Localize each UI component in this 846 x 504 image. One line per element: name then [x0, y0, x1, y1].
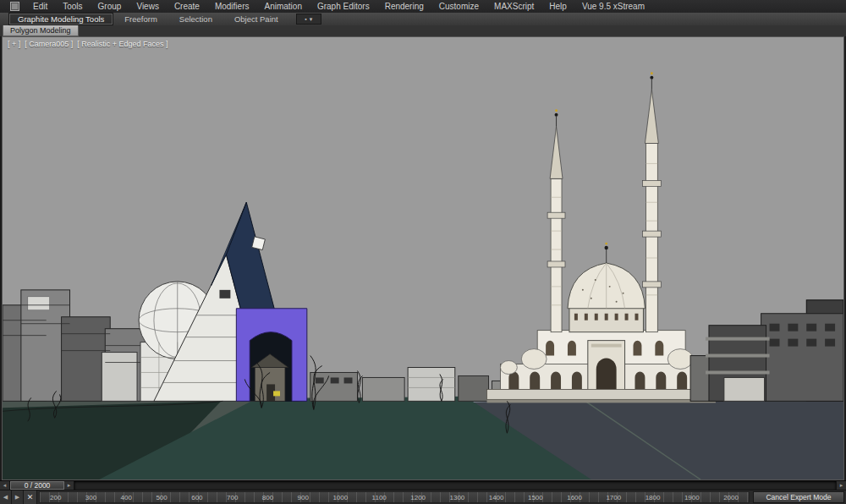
panel-tab-polygon-modeling[interactable]: Polygon Modeling: [3, 25, 79, 36]
tick-label: 500: [156, 494, 167, 501]
scene-render: [3, 37, 843, 479]
menu-item-animation[interactable]: Animation: [256, 0, 309, 13]
tick-label: 1100: [372, 494, 387, 501]
viewport-shading-menu[interactable]: [ Realistic + Edged Faces ]: [77, 40, 168, 48]
menu-item-help[interactable]: Help: [541, 0, 574, 13]
tick-label: 300: [85, 494, 96, 501]
next-frame-button[interactable]: ▸: [64, 481, 74, 490]
tick-label: 1500: [528, 494, 543, 501]
menu-item-vue-xstream[interactable]: Vue 9.5 xStream: [574, 0, 652, 13]
menu-item-edit[interactable]: Edit: [25, 0, 55, 13]
time-slider-end-arrow[interactable]: ▸: [836, 481, 846, 490]
camera-viewport[interactable]: [ + ] [ Camera005 ] [ Realistic + Edged …: [2, 36, 844, 480]
menu-item-tools[interactable]: Tools: [55, 0, 90, 13]
tick-label: 1800: [645, 494, 661, 501]
menu-bar: Edit Tools Group Views Create Modifiers …: [0, 0, 846, 13]
close-icon: ✕: [27, 493, 34, 501]
cancel-expert-mode-button[interactable]: Cancel Expert Mode: [753, 491, 844, 503]
previous-frame-button[interactable]: ◂: [0, 481, 10, 490]
arrow-left-icon: ◀: [3, 494, 8, 501]
menu-item-views[interactable]: Views: [129, 0, 167, 13]
menu-item-modifiers[interactable]: Modifiers: [207, 0, 257, 13]
step-forward-icon: ▸: [840, 482, 843, 489]
tick-label: 600: [191, 494, 202, 501]
ribbon-minimize-button[interactable]: ▪ ▾: [296, 14, 321, 25]
menu-item-graph-editors[interactable]: Graph Editors: [310, 0, 377, 13]
tick-label: 900: [298, 494, 309, 501]
tick-label: 1900: [684, 494, 700, 501]
time-slider-track[interactable]: [74, 481, 836, 490]
menu-item-group[interactable]: Group: [91, 0, 129, 13]
menu-item-rendering[interactable]: Rendering: [377, 0, 431, 13]
tick-label: 1300: [449, 494, 464, 501]
chevron-down-icon: ▾: [310, 16, 313, 22]
ribbon-tab-object-paint[interactable]: Object Paint: [223, 14, 289, 25]
ribbon-tab-selection[interactable]: Selection: [168, 14, 223, 25]
scene-ground[interactable]: [3, 389, 843, 479]
step-back-icon: ◂: [3, 482, 7, 489]
tick-label: 1400: [489, 494, 504, 501]
tick-label: 200: [50, 494, 61, 501]
trackbar-scroll-right-button[interactable]: ▶: [12, 490, 24, 504]
tick-label: 700: [227, 494, 238, 501]
purple-arch[interactable]: [236, 309, 306, 402]
track-bar: ◀ ▶ ✕ 200 300 400 500 600 700 800 900 10…: [0, 490, 846, 504]
time-slider-handle[interactable]: 0 / 2000: [10, 481, 64, 490]
tick-label: 1000: [332, 494, 348, 501]
tick-label: 1700: [606, 494, 621, 501]
ribbon-tab-freeform[interactable]: Freeform: [113, 14, 168, 25]
time-slider: ◂ 0 / 2000 ▸ ▸: [0, 480, 846, 490]
arrow-right-icon: ▶: [15, 494, 19, 501]
menu-item-create[interactable]: Create: [167, 0, 207, 13]
trackbar-scroll-left-button[interactable]: ◀: [0, 490, 12, 504]
ribbon-tab-graphite-modeling-tools[interactable]: Graphite Modeling Tools: [8, 13, 113, 25]
trackbar-ruler[interactable]: 200 300 400 500 600 700 800 900 1000 110…: [39, 491, 750, 503]
menu-item-customize[interactable]: Customize: [431, 0, 486, 13]
step-forward-icon: ▸: [68, 482, 71, 489]
square-icon: ▪: [305, 16, 306, 22]
tick-label: 400: [121, 494, 132, 501]
viewport-general-menu[interactable]: [ + ]: [8, 40, 20, 48]
viewport-pov-menu[interactable]: [ Camera005 ]: [25, 40, 73, 48]
ribbon-panel-strip: Polygon Modeling: [0, 25, 846, 36]
tick-label: 1200: [410, 494, 426, 501]
tick-label: 2000: [723, 494, 739, 501]
viewport-label: [ + ] [ Camera005 ] [ Realistic + Edged …: [8, 40, 168, 48]
tick-label: 800: [262, 494, 273, 501]
trackbar-close-button[interactable]: ✕: [24, 490, 37, 504]
tick-label: 1600: [567, 494, 582, 501]
trackbar-ruler-numbers: 200 300 400 500 600 700 800 900 1000 110…: [40, 492, 749, 502]
menu-item-maxscript[interactable]: MAXScript: [486, 0, 541, 13]
app-icon[interactable]: [10, 2, 19, 11]
ribbon-tab-bar: Graphite Modeling Tools Freeform Selecti…: [0, 13, 846, 25]
